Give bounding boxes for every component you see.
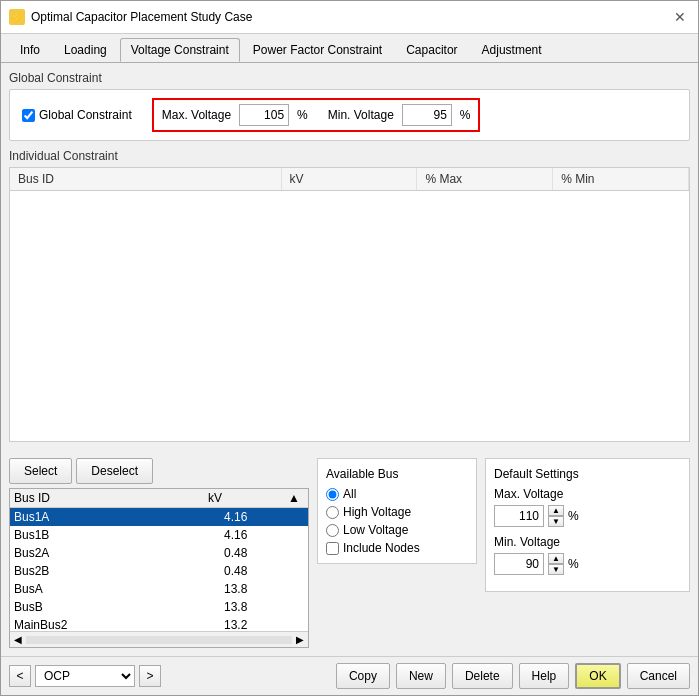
bus-row-2[interactable]: Bus2A 0.48	[10, 544, 308, 562]
bus-list-footer: ◀ ▶	[10, 631, 308, 647]
right-panel: Default Settings Max. Voltage ▲ ▼ %	[485, 458, 690, 648]
bus-kv-6: 13.2	[224, 618, 304, 631]
copy-button[interactable]: Copy	[336, 663, 390, 689]
radio-high-input[interactable]	[326, 506, 339, 519]
col-pct-min: % Min	[553, 168, 689, 190]
new-button[interactable]: New	[396, 663, 446, 689]
select-button[interactable]: Select	[9, 458, 72, 484]
tab-loading[interactable]: Loading	[53, 38, 118, 62]
include-nodes-label: Include Nodes	[343, 541, 420, 555]
radio-all-input[interactable]	[326, 488, 339, 501]
delete-button[interactable]: Delete	[452, 663, 513, 689]
global-checkbox-row: Global Constraint	[22, 108, 132, 122]
min-voltage-unit: %	[460, 108, 471, 122]
default-settings-title: Default Settings	[494, 467, 681, 481]
radio-all: All	[326, 487, 468, 501]
horizontal-scrollbar[interactable]	[26, 636, 292, 644]
bus-kv-3: 0.48	[224, 564, 304, 578]
col-pct-max: % Max	[417, 168, 553, 190]
title-bar-left: ⚡ Optimal Capacitor Placement Study Case	[9, 9, 252, 25]
bus-row-4[interactable]: BusA 13.8	[10, 580, 308, 598]
min-voltage-input[interactable]	[402, 104, 452, 126]
scroll-left-btn[interactable]: ◀	[14, 634, 22, 645]
tab-power-factor[interactable]: Power Factor Constraint	[242, 38, 393, 62]
bus-id-4: BusA	[14, 582, 224, 596]
left-panel: Select Deselect Bus ID kV ▲ Bus1A 4.16	[9, 458, 309, 648]
bus-row-5[interactable]: BusB 13.8	[10, 598, 308, 616]
bus-table-wrapper[interactable]: Bus1A 4.16 Bus1B 4.16 Bus2A 0.48 Bus2B	[10, 508, 308, 631]
case-select[interactable]: OCP	[35, 665, 135, 687]
global-constraint-label: Global Constraint	[39, 108, 132, 122]
global-constraint-section: Global Constraint Global Constraint Max.…	[9, 71, 690, 141]
title-bar: ⚡ Optimal Capacitor Placement Study Case…	[1, 1, 698, 34]
bottom-section: Select Deselect Bus ID kV ▲ Bus1A 4.16	[9, 458, 690, 648]
close-button[interactable]: ✕	[670, 7, 690, 27]
max-voltage-input[interactable]	[239, 104, 289, 126]
radio-high-label: High Voltage	[343, 505, 411, 519]
tab-bar: Info Loading Voltage Constraint Power Fa…	[1, 34, 698, 63]
nav-prev-button[interactable]: <	[9, 665, 31, 687]
table-header: Bus ID kV % Max % Min	[10, 168, 689, 191]
include-nodes-row: Include Nodes	[326, 541, 468, 555]
constraint-highlight-box: Max. Voltage % Min. Voltage %	[152, 98, 481, 132]
ds-max-voltage-input[interactable]	[494, 505, 544, 527]
cancel-button[interactable]: Cancel	[627, 663, 690, 689]
bus-row-0[interactable]: Bus1A 4.16	[10, 508, 308, 526]
ds-min-voltage-down[interactable]: ▼	[548, 564, 564, 575]
global-constraint-checkbox[interactable]	[22, 109, 35, 122]
individual-constraint-table: Bus ID kV % Max % Min	[9, 167, 690, 442]
bus-list-col-id: Bus ID	[14, 491, 208, 505]
bus-id-1: Bus1B	[14, 528, 224, 542]
window-title: Optimal Capacitor Placement Study Case	[31, 10, 252, 24]
nav-next-button[interactable]: >	[139, 665, 161, 687]
footer-right: Copy New Delete Help OK Cancel	[336, 663, 690, 689]
tab-info[interactable]: Info	[9, 38, 51, 62]
col-bus-id: Bus ID	[10, 168, 282, 190]
ds-max-voltage-field: Max. Voltage ▲ ▼ %	[494, 487, 681, 527]
bus-row-6[interactable]: MainBus2 13.2	[10, 616, 308, 631]
bus-list-col-kv: kV	[208, 491, 288, 505]
ds-max-voltage-spinner: ▲ ▼ %	[494, 505, 681, 527]
tab-voltage-constraint[interactable]: Voltage Constraint	[120, 38, 240, 62]
radio-high: High Voltage	[326, 505, 468, 519]
bus-kv-5: 13.8	[224, 600, 304, 614]
radio-low-input[interactable]	[326, 524, 339, 537]
individual-constraint-section: Individual Constraint Bus ID kV % Max % …	[9, 149, 690, 442]
bus-list-scroll-btn[interactable]: ▲	[288, 491, 304, 505]
bus-kv-2: 0.48	[224, 546, 304, 560]
bus-id-6: MainBus2	[14, 618, 224, 631]
middle-panel: Available Bus All High Voltage Low Volta…	[317, 458, 477, 648]
ds-max-voltage-down[interactable]: ▼	[548, 516, 564, 527]
global-constraint-box: Global Constraint Max. Voltage % Min. Vo…	[9, 89, 690, 141]
ds-min-voltage-up[interactable]: ▲	[548, 553, 564, 564]
bus-row-3[interactable]: Bus2B 0.48	[10, 562, 308, 580]
window-icon: ⚡	[9, 9, 25, 25]
scroll-right-btn[interactable]: ▶	[296, 634, 304, 645]
ds-min-voltage-unit: %	[568, 557, 579, 571]
include-nodes-checkbox[interactable]	[326, 542, 339, 555]
bus-kv-4: 13.8	[224, 582, 304, 596]
bus-btn-row: Select Deselect	[9, 458, 309, 484]
ds-max-voltage-up[interactable]: ▲	[548, 505, 564, 516]
ds-min-voltage-spinner: ▲ ▼ %	[494, 553, 681, 575]
global-constraint-row: Global Constraint Max. Voltage % Min. Vo…	[22, 98, 677, 132]
radio-low: Low Voltage	[326, 523, 468, 537]
radio-all-label: All	[343, 487, 356, 501]
bus-list-container: Bus ID kV ▲ Bus1A 4.16 Bus1B 4.16	[9, 488, 309, 648]
tab-adjustment[interactable]: Adjustment	[471, 38, 553, 62]
help-button[interactable]: Help	[519, 663, 570, 689]
ds-min-voltage-spinner-btns: ▲ ▼	[548, 553, 564, 575]
bus-id-3: Bus2B	[14, 564, 224, 578]
ds-max-voltage-unit: %	[568, 509, 579, 523]
ok-button[interactable]: OK	[575, 663, 620, 689]
bus-row-1[interactable]: Bus1B 4.16	[10, 526, 308, 544]
bus-id-2: Bus2A	[14, 546, 224, 560]
tab-capacitor[interactable]: Capacitor	[395, 38, 468, 62]
main-content: Global Constraint Global Constraint Max.…	[1, 63, 698, 656]
max-voltage-unit: %	[297, 108, 308, 122]
deselect-button[interactable]: Deselect	[76, 458, 153, 484]
max-voltage-label: Max. Voltage	[162, 108, 231, 122]
radio-low-label: Low Voltage	[343, 523, 408, 537]
available-bus-box: Available Bus All High Voltage Low Volta…	[317, 458, 477, 564]
ds-min-voltage-input[interactable]	[494, 553, 544, 575]
